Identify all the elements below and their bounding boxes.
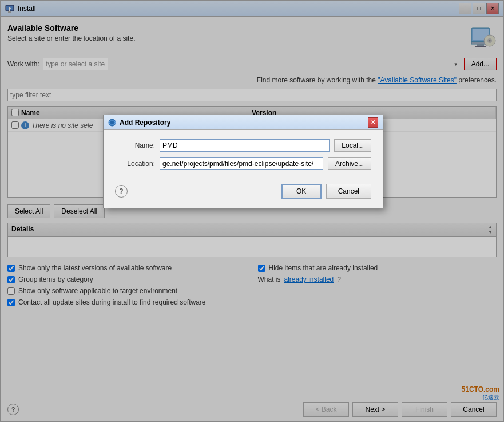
dialog-local-button[interactable]: Local...	[334, 139, 371, 152]
dialog-close-button[interactable]: ✕	[368, 117, 378, 128]
dialog-cancel-button[interactable]: Cancel	[326, 184, 371, 199]
dialog-title-bar: Add Repository ✕	[104, 115, 383, 130]
dialog-overlay	[0, 0, 504, 422]
dialog-name-row: Name: Local...	[115, 139, 371, 152]
dialog-content: Name: Local... Location: Archive...	[104, 130, 383, 179]
dialog-footer: ? OK Cancel	[104, 179, 383, 208]
dialog-archive-button[interactable]: Archive...	[328, 157, 371, 170]
add-repository-dialog: Add Repository ✕ Name: Local... Location…	[103, 115, 383, 208]
dialog-action-buttons: OK Cancel	[281, 184, 371, 199]
dialog-icon	[108, 119, 116, 127]
svg-point-13	[110, 119, 114, 126]
dialog-name-label: Name:	[115, 141, 155, 149]
dialog-location-input[interactable]	[160, 157, 323, 170]
dialog-location-label: Location:	[115, 160, 155, 168]
dialog-location-row: Location: Archive...	[115, 157, 371, 170]
dialog-help-icon[interactable]: ?	[115, 185, 128, 198]
dialog-title-text: Add Repository	[120, 119, 368, 127]
dialog-name-input[interactable]	[160, 139, 330, 152]
dialog-ok-button[interactable]: OK	[281, 184, 322, 199]
